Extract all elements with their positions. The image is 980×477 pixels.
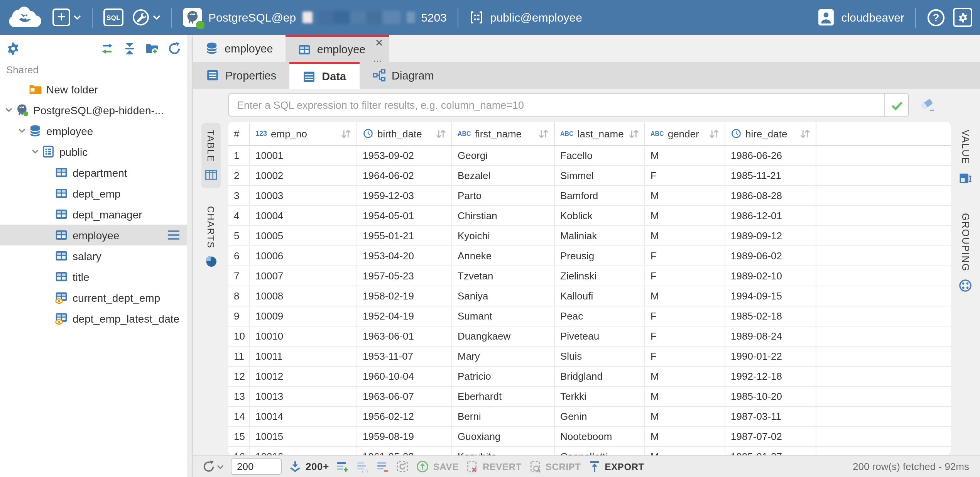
table-cell[interactable]: M <box>645 427 725 446</box>
table-cell[interactable]: 10015 <box>250 427 357 446</box>
sort-icon[interactable] <box>340 129 352 139</box>
item-menu-icon[interactable] <box>167 230 180 240</box>
table-cell[interactable]: F <box>645 266 725 286</box>
table-cell[interactable]: M <box>645 407 725 426</box>
link-editor-button[interactable] <box>100 42 114 56</box>
grid-header-cell-birth-date[interactable]: birth_date <box>357 122 452 145</box>
table-cell[interactable]: Parto <box>452 186 555 205</box>
refresh-results-button[interactable] <box>202 460 224 473</box>
table-cell[interactable]: F <box>645 326 725 346</box>
grid-header-cell-first-name[interactable]: ABCfirst_name <box>452 122 555 145</box>
table-cell[interactable]: Mary <box>452 347 555 366</box>
table-cell[interactable]: 1957-05-23 <box>357 266 452 286</box>
table-cell[interactable]: 10007 <box>250 266 357 286</box>
tree-item-employee[interactable]: employee <box>0 120 192 141</box>
delete-row-button[interactable] <box>376 460 389 473</box>
table-cell[interactable]: Zielinski <box>555 266 645 286</box>
sort-icon[interactable] <box>628 129 640 139</box>
sidebar-settings-button[interactable] <box>6 42 20 56</box>
table-cell[interactable]: 1986-08-28 <box>725 186 816 205</box>
row-index-cell[interactable]: 15 <box>228 427 250 446</box>
tree-item-department[interactable]: department <box>0 162 192 183</box>
add-row-button[interactable] <box>336 460 349 473</box>
table-cell[interactable]: M <box>645 226 725 245</box>
tab-menu-icon[interactable]: … <box>373 53 384 63</box>
table-cell[interactable]: Duangkaew <box>452 326 555 346</box>
new-connection-button[interactable]: + <box>52 8 81 26</box>
refresh-tree-button[interactable] <box>167 42 181 56</box>
table-cell[interactable]: M <box>645 146 725 165</box>
table-cell[interactable]: 10002 <box>250 166 357 185</box>
table-cell[interactable]: 1989-02-10 <box>725 266 816 286</box>
sql-editor-button[interactable]: SQL <box>103 8 123 26</box>
revert-button[interactable]: REVERT <box>466 460 522 473</box>
table-cell[interactable]: Cappelletti <box>555 447 645 455</box>
tools-button[interactable] <box>131 8 161 27</box>
row-index-cell[interactable]: 3 <box>228 186 250 205</box>
row-index-cell[interactable]: 8 <box>228 286 250 306</box>
tree-item-postgresql-ep-hidden-[interactable]: PostgreSQL@ep-hidden-... <box>0 100 192 120</box>
table-cell[interactable]: M <box>645 387 725 406</box>
table-cell[interactable]: Chirstian <box>452 206 555 225</box>
table-cell[interactable]: 10005 <box>250 226 357 245</box>
table-cell[interactable]: Piveteau <box>555 326 645 346</box>
sort-icon[interactable] <box>435 129 447 139</box>
apply-filter-button[interactable] <box>884 94 908 116</box>
table-cell[interactable]: Koblick <box>555 206 645 225</box>
table-cell[interactable]: Sluis <box>555 347 645 366</box>
row-index-cell[interactable]: 11 <box>228 347 250 366</box>
table-cell[interactable]: Kyoichi <box>452 226 555 245</box>
table-cell[interactable]: 1959-12-03 <box>357 186 452 205</box>
rail-tab-table[interactable]: TABLE <box>201 123 220 188</box>
tree-item-dept-emp[interactable]: dept_emp <box>0 183 192 204</box>
refresh-row-button[interactable] <box>396 460 409 473</box>
tree-item-dept-manager[interactable]: dept_manager <box>0 204 192 225</box>
tree-item-public[interactable]: public <box>0 141 192 162</box>
table-cell[interactable]: 1964-06-02 <box>357 166 452 185</box>
table-cell[interactable]: Bridgland <box>555 367 645 386</box>
table-cell[interactable]: M <box>645 367 725 386</box>
save-button[interactable]: SAVE <box>416 460 459 473</box>
table-cell[interactable]: 1986-12-01 <box>725 206 816 225</box>
tree-item-new-folder[interactable]: New folder <box>0 79 192 100</box>
table-cell[interactable]: 10014 <box>250 407 357 426</box>
tab-data[interactable]: Data <box>289 62 359 89</box>
table-cell[interactable]: 1989-09-12 <box>725 226 816 245</box>
table-cell[interactable]: 1994-09-15 <box>725 286 816 306</box>
row-limit-input[interactable] <box>231 458 282 475</box>
table-cell[interactable]: 1953-09-02 <box>357 146 452 165</box>
table-cell[interactable]: 1989-06-02 <box>725 246 816 266</box>
row-index-cell[interactable]: 5 <box>228 226 250 245</box>
clear-filter-button[interactable] <box>919 96 936 113</box>
row-index-cell[interactable]: 13 <box>228 387 250 406</box>
table-cell[interactable]: 1986-06-26 <box>725 146 816 165</box>
row-index-cell[interactable]: 1 <box>228 146 250 165</box>
row-index-cell[interactable]: 12 <box>228 367 250 386</box>
chevron-down-icon[interactable] <box>4 105 14 115</box>
help-button[interactable]: ? <box>927 8 945 27</box>
table-cell[interactable]: 1987-03-11 <box>725 407 816 426</box>
table-cell[interactable]: Genin <box>555 407 645 426</box>
sort-icon[interactable] <box>538 129 549 139</box>
sort-icon[interactable] <box>799 129 811 139</box>
grid-header-cell-last-name[interactable]: ABClast_name <box>555 122 645 145</box>
table-cell[interactable]: 10001 <box>250 146 357 165</box>
table-cell[interactable]: 10006 <box>250 246 357 266</box>
table-cell[interactable]: 10011 <box>250 347 357 366</box>
table-cell[interactable]: Facello <box>555 146 645 165</box>
row-index-cell[interactable]: 10 <box>228 326 250 346</box>
table-cell[interactable]: 1953-11-07 <box>357 347 452 366</box>
script-button[interactable]: SCRIPT <box>529 460 581 473</box>
table-cell[interactable]: 10008 <box>250 286 357 306</box>
rail-tab-charts[interactable]: CHARTS <box>201 199 220 275</box>
row-index-cell[interactable]: 9 <box>228 306 250 326</box>
table-cell[interactable]: M <box>645 286 725 306</box>
tab-properties[interactable]: Properties <box>193 62 289 89</box>
table-cell[interactable]: Maliniak <box>555 226 645 245</box>
cloudbeaver-logo-icon[interactable] <box>6 4 45 30</box>
table-cell[interactable]: Patricio <box>452 367 555 386</box>
table-cell[interactable]: 1992-12-18 <box>725 367 816 386</box>
tab-employee[interactable]: employee <box>193 35 286 62</box>
schema-selector[interactable]: public@employee <box>469 10 582 25</box>
panel-tab-value[interactable]: VALUE <box>958 130 972 185</box>
